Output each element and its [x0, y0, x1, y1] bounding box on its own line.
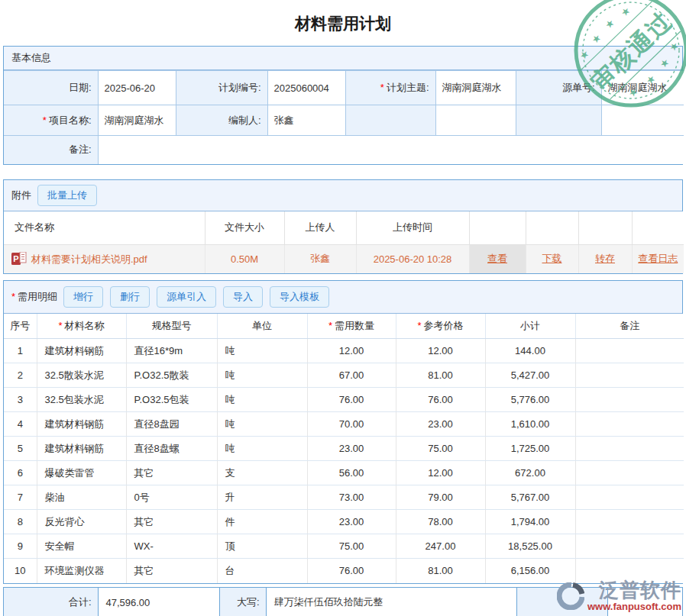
attachment-file-link[interactable]: 材料需要计划相关说明.pdf: [31, 253, 147, 265]
vendor-name: 泛普软件: [599, 580, 681, 600]
detail-cell-name: 反光背心: [37, 510, 126, 534]
page-title: 材料需用计划: [3, 3, 683, 46]
attachment-uploader: 张鑫: [284, 245, 356, 273]
attachment-download-cell: 下载: [526, 245, 578, 273]
detail-table-body: 1建筑材料钢筋直径16*9m吨12.0012.00144.00232.5散装水泥…: [4, 339, 684, 583]
detail-table-row: 6爆破类雷管其它支56.0012.00672.00: [4, 461, 684, 485]
detail-cell-remark: [575, 534, 684, 559]
detail-table-row: 8反光背心其它件23.0078.001,794.00: [4, 510, 684, 534]
empty-label-cell: [345, 105, 435, 136]
detail-cell-remark: [575, 485, 684, 510]
detail-cell-price: 81.00: [396, 363, 485, 388]
detail-cell-subtotal: 1,610.00: [485, 412, 575, 437]
detail-cell-name: 安全帽: [37, 534, 126, 559]
date-label: 日期:: [69, 82, 92, 93]
detail-toolbar-button-1[interactable]: 删行: [110, 286, 150, 308]
detail-cell-subtotal: 5,767.00: [485, 485, 575, 510]
attachments-header: 附件 批量上传: [4, 180, 682, 211]
detail-cell-unit: 吨: [217, 412, 307, 437]
upload-time-column-header: 上传时间: [356, 211, 469, 245]
detail-cell-spec: 其它: [126, 559, 217, 583]
detail-cell-seq: 1: [4, 339, 37, 363]
detail-cell-seq: 9: [4, 534, 37, 559]
basic-info-panel: 基本信息 日期: 2025-06-20 计划编号: 2025060004 *计划…: [3, 46, 683, 165]
source-no-label-cell: 源单号:: [516, 71, 601, 105]
detail-column-header: *需用数量: [307, 314, 396, 339]
attachment-view-cell: 查看: [469, 245, 526, 273]
date-label-cell: 日期:: [4, 71, 98, 105]
detail-cell-price: 75.00: [396, 437, 485, 461]
detail-column-header: 小计: [485, 314, 575, 339]
attachments-panel: 附件 批量上传 文件名称 文件大小 上传人 上传时间: [3, 179, 683, 274]
detail-cell-qty: 67.00: [307, 363, 396, 388]
required-asterisk: *: [380, 82, 384, 93]
view-link[interactable]: 查看: [487, 253, 507, 264]
detail-cell-subtotal: 144.00: [485, 339, 575, 363]
detail-toolbar-button-4[interactable]: 导入模板: [270, 286, 329, 308]
detail-cell-unit: 吨: [217, 437, 307, 461]
uploader-column-header: 上传人: [284, 211, 356, 245]
detail-cell-subtotal: 672.00: [485, 461, 575, 485]
detail-table: 序号*材料名称规格型号单位*需用数量*参考价格小计备注 1建筑材料钢筋直径16*…: [4, 314, 684, 583]
detail-cell-price: 247.00: [396, 534, 485, 559]
save-as-link[interactable]: 转存: [595, 253, 615, 264]
attachment-log-cell: 查看日志: [632, 245, 684, 273]
detail-cell-spec: P.O32.5散装: [126, 363, 217, 388]
detail-cell-seq: 6: [4, 461, 37, 485]
attachment-row: P 材料需要计划相关说明.pdf 0.50M 张鑫 2025-06-20 10:…: [4, 245, 684, 273]
detail-cell-seq: 4: [4, 412, 37, 437]
detail-toolbar-button-3[interactable]: 导入: [223, 286, 263, 308]
remark-value: [98, 136, 684, 164]
action-column-header: [526, 211, 578, 245]
detail-toolbar: *需用明细 增行删行源单引入导入导入模板: [4, 281, 682, 314]
attachments-title: 附件: [11, 189, 31, 202]
plan-no-label: 计划编号:: [218, 82, 261, 93]
detail-table-row: 232.5散装水泥P.O32.5散装吨67.0081.005,427.00: [4, 363, 684, 388]
detail-cell-spec: 直径16*9m: [126, 339, 217, 363]
detail-cell-name: 32.5包装水泥: [37, 388, 126, 412]
detail-cell-name: 建筑材料钢筋: [37, 437, 126, 461]
detail-cell-remark: [575, 461, 684, 485]
required-asterisk: *: [43, 114, 47, 126]
detail-cell-price: 23.00: [396, 412, 485, 437]
detail-cell-unit: 顶: [217, 534, 307, 559]
detail-cell-remark: [575, 437, 684, 461]
empty-label-cell: [516, 105, 601, 136]
project-name-label-cell: *项目名称:: [4, 105, 98, 136]
detail-toolbar-button-0[interactable]: 增行: [63, 286, 103, 308]
pdf-file-icon: P: [11, 252, 27, 266]
action-column-header: [578, 211, 632, 245]
detail-cell-name: 环境监测仪器: [37, 559, 126, 583]
detail-cell-spec: 直径8盘园: [126, 412, 217, 437]
detail-table-row: 5建筑材料钢筋直径8盘螺吨23.0075.001,725.00: [4, 437, 684, 461]
plan-subject-value: 湖南洞庭湖水: [435, 71, 516, 105]
detail-cell-unit: 吨: [217, 363, 307, 388]
detail-cell-unit: 吨: [217, 388, 307, 412]
attachment-file-size: 0.50M: [205, 245, 284, 273]
detail-cell-spec: WX-: [126, 534, 217, 559]
vendor-logo-icon: [557, 582, 584, 610]
caps-value: 肆万柒仟伍佰玖拾陆元整: [266, 588, 516, 616]
detail-table-row: 1建筑材料钢筋直径16*9m吨12.0012.00144.00: [4, 339, 684, 363]
detail-column-header: *材料名称: [37, 314, 126, 339]
detail-cell-name: 爆破类雷管: [37, 461, 126, 485]
detail-toolbar-button-2[interactable]: 源单引入: [157, 286, 216, 308]
download-link[interactable]: 下载: [542, 253, 562, 264]
detail-cell-remark: [575, 388, 684, 412]
compiler-label-cell: 编制人:: [176, 105, 267, 136]
detail-cell-seq: 2: [4, 363, 37, 388]
batch-upload-button[interactable]: 批量上传: [37, 185, 97, 206]
detail-cell-price: 79.00: [396, 485, 485, 510]
detail-cell-unit: 台: [217, 559, 307, 583]
detail-cell-subtotal: 6,156.00: [485, 559, 575, 583]
total-label: 合计:: [4, 588, 98, 616]
detail-cell-qty: 75.00: [307, 534, 396, 559]
compiler-label: 编制人:: [228, 114, 261, 126]
detail-cell-price: 81.00: [396, 559, 485, 583]
detail-toolbar-buttons: 增行删行源单引入导入导入模板: [63, 286, 329, 308]
detail-cell-qty: 23.00: [307, 437, 396, 461]
view-log-link[interactable]: 查看日志: [638, 253, 678, 264]
detail-cell-price: 12.00: [396, 339, 485, 363]
detail-cell-name: 建筑材料钢筋: [37, 339, 126, 363]
detail-cell-name: 32.5散装水泥: [37, 363, 126, 388]
